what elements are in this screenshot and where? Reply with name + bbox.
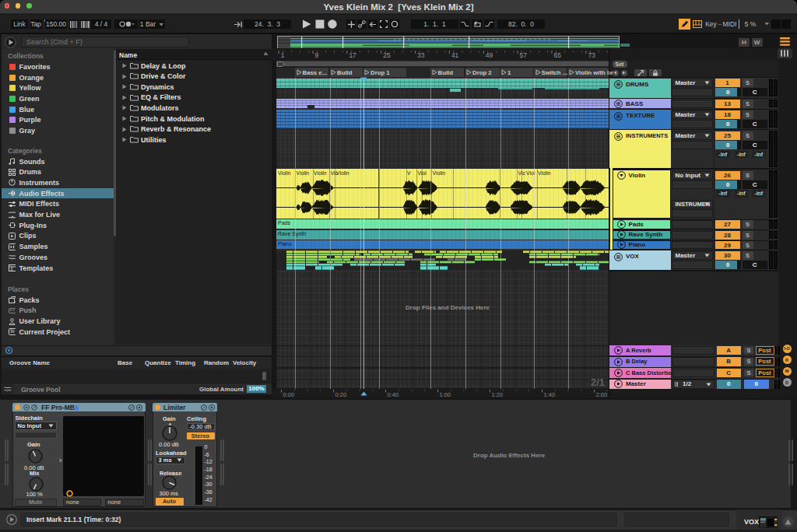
svg-text:33: 33 bbox=[417, 51, 425, 59]
svg-text:57: 57 bbox=[520, 51, 528, 59]
svg-text:41: 41 bbox=[451, 51, 459, 59]
svg-text:73: 73 bbox=[588, 51, 595, 59]
svg-text:0:40: 0:40 bbox=[388, 391, 399, 398]
svg-text:25: 25 bbox=[383, 51, 391, 59]
svg-text:1:20: 1:20 bbox=[492, 391, 504, 398]
svg-text:0:20: 0:20 bbox=[335, 391, 347, 398]
svg-text:65: 65 bbox=[554, 51, 562, 59]
svg-text:17: 17 bbox=[349, 51, 356, 59]
svg-text:1:40: 1:40 bbox=[544, 391, 556, 398]
svg-text:1:00: 1:00 bbox=[440, 391, 451, 398]
svg-text:2:00: 2:00 bbox=[596, 391, 608, 398]
svg-text:49: 49 bbox=[486, 51, 493, 59]
svg-text:0:00: 0:00 bbox=[283, 391, 295, 398]
